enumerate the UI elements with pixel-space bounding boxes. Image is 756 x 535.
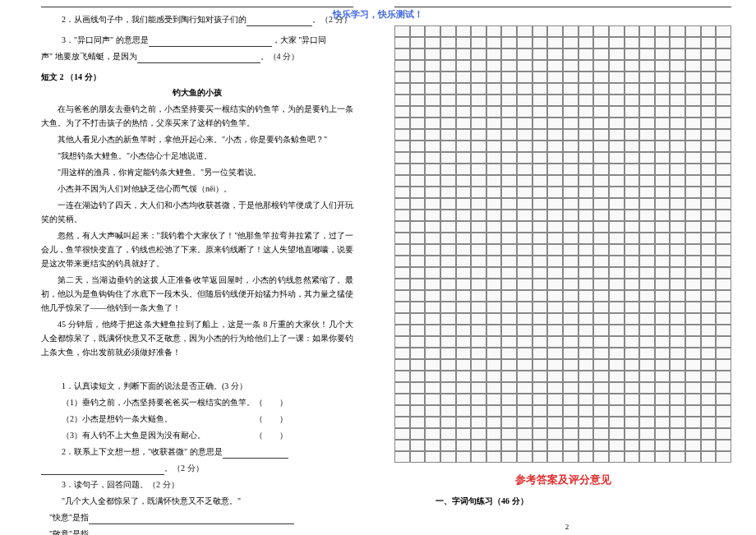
essay-cell xyxy=(563,48,579,60)
essay-cell xyxy=(563,187,579,198)
essay-cell xyxy=(670,141,685,152)
essay-cell xyxy=(517,83,532,95)
essay-cell xyxy=(394,359,410,371)
essay-cell xyxy=(532,417,548,428)
essay-cell xyxy=(410,336,426,348)
essay-cell xyxy=(440,25,456,37)
essay-cell xyxy=(639,302,655,313)
essay-cell xyxy=(625,417,640,428)
essay-cell xyxy=(639,417,655,428)
essay-cell xyxy=(625,95,640,106)
essay-cell xyxy=(501,405,517,417)
essay-cell xyxy=(639,221,655,233)
essay-cell xyxy=(425,279,440,290)
essay-cell xyxy=(394,152,410,164)
essay-cell xyxy=(394,129,410,141)
essay-cell xyxy=(609,48,625,60)
essay-cell xyxy=(609,244,625,256)
essay-cell xyxy=(625,233,640,244)
essay-cell xyxy=(532,394,548,405)
essay-cell xyxy=(701,325,717,336)
essay-cell xyxy=(655,95,671,106)
essay-cell xyxy=(563,313,579,325)
essay-cell xyxy=(639,256,655,267)
essay-cell xyxy=(579,141,594,152)
essay-cell xyxy=(625,359,640,371)
essay-cell xyxy=(425,428,440,440)
essay-cell xyxy=(547,71,563,83)
passage2-heading: 短文 2 （14 分） xyxy=(41,70,353,84)
essay-cell xyxy=(486,405,502,417)
essay-cell xyxy=(425,71,440,83)
essay-cell xyxy=(547,371,563,382)
essay-cell xyxy=(593,233,609,244)
essay-cell xyxy=(685,405,701,417)
essay-cell xyxy=(440,267,456,279)
essay-cell xyxy=(394,95,410,106)
essay-cell xyxy=(579,428,594,440)
essay-cell xyxy=(486,371,502,382)
essay-cell xyxy=(456,325,472,336)
essay-cell xyxy=(701,336,717,348)
essay-cell xyxy=(563,267,579,279)
essay-cell xyxy=(655,244,671,256)
essay-cell xyxy=(517,198,532,210)
essay-cell xyxy=(625,198,640,210)
essay-cell xyxy=(563,164,579,175)
essay-cell xyxy=(501,440,517,451)
p2q2-text-b: 。（2 分） xyxy=(164,464,204,473)
essay-cell xyxy=(685,336,701,348)
essay-cell xyxy=(593,313,609,325)
essay-cell xyxy=(579,325,594,336)
essay-cell xyxy=(701,164,717,175)
essay-cell xyxy=(394,233,410,244)
essay-cell xyxy=(625,451,640,463)
essay-cell xyxy=(655,313,671,325)
essay-cell xyxy=(517,256,532,267)
essay-cell xyxy=(639,129,655,141)
essay-cell xyxy=(410,118,426,129)
essay-cell xyxy=(471,279,486,290)
essay-cell xyxy=(440,141,456,152)
page-number: 2 xyxy=(565,523,569,531)
essay-cell xyxy=(670,198,685,210)
essay-cell xyxy=(593,371,609,382)
essay-cell xyxy=(486,336,502,348)
essay-cell xyxy=(440,290,456,302)
essay-cell xyxy=(547,348,563,359)
blank xyxy=(41,465,164,475)
essay-cell xyxy=(471,141,486,152)
essay-cell xyxy=(593,164,609,175)
essay-cell xyxy=(685,279,701,290)
essay-cell xyxy=(625,37,640,48)
essay-cell xyxy=(486,37,502,48)
essay-cell xyxy=(579,71,594,83)
essay-cell xyxy=(563,302,579,313)
essay-cell xyxy=(593,405,609,417)
essay-cell xyxy=(701,210,717,221)
essay-cell xyxy=(716,233,731,244)
essay-cell xyxy=(517,348,532,359)
essay-cell xyxy=(685,118,701,129)
essay-cell xyxy=(440,279,456,290)
essay-cell xyxy=(456,440,472,451)
essay-cell xyxy=(532,336,548,348)
essay-cell xyxy=(410,394,426,405)
essay-cell xyxy=(579,256,594,267)
essay-cell xyxy=(701,382,717,394)
essay-cell xyxy=(501,60,517,71)
essay-cell xyxy=(547,129,563,141)
essay-cell xyxy=(716,336,731,348)
essay-cell xyxy=(563,60,579,71)
essay-cell xyxy=(547,210,563,221)
essay-cell xyxy=(501,256,517,267)
essay-cell xyxy=(625,48,640,60)
essay-cell xyxy=(410,371,426,382)
essay-cell xyxy=(625,83,640,95)
essay-cell xyxy=(394,325,410,336)
essay-cell xyxy=(579,187,594,198)
essay-cell xyxy=(593,141,609,152)
essay-cell xyxy=(701,451,717,463)
essay-cell xyxy=(716,405,731,417)
essay-cell xyxy=(716,48,731,60)
